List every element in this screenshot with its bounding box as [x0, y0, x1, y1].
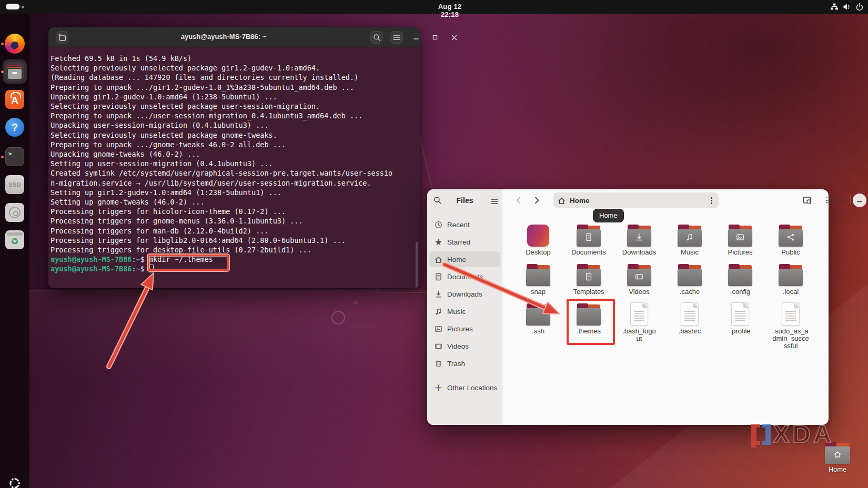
- terminal-line: Unpacking gnome-tweaks (46.0-2) ...: [51, 149, 420, 159]
- grid-item-public[interactable]: Public: [766, 222, 815, 256]
- grid-item-config[interactable]: .config: [716, 262, 764, 296]
- desktop-gradient-icon: [527, 225, 549, 247]
- dock-item-firefox[interactable]: [5, 34, 25, 54]
- dock-item-files[interactable]: [5, 62, 25, 82]
- grid-item-videos[interactable]: Videos: [615, 262, 663, 296]
- new-tab-button[interactable]: [56, 31, 68, 44]
- terminal-minimize-button[interactable]: [410, 31, 422, 44]
- sidebar-item-starred[interactable]: Starred: [429, 234, 500, 250]
- grid-item-pictures[interactable]: Pictures: [716, 222, 764, 256]
- terminal-prompt-line: ayush@ayush-MS-7B86:~$: [51, 264, 420, 273]
- back-button[interactable]: [512, 194, 525, 207]
- sidebar-item-recent[interactable]: Recent: [429, 217, 500, 232]
- xda-watermark-text: XDA: [773, 421, 834, 448]
- terminal-line: Preparing to unpack .../user-session-mig…: [51, 111, 420, 120]
- share-emblem: [786, 233, 795, 241]
- terminal-body[interactable]: Fetched 69.5 kB in 1s (54.9 kB/s) Select…: [48, 47, 420, 288]
- grid-item-documents[interactable]: Documents: [564, 222, 613, 256]
- sidebar-item-videos[interactable]: Videos: [429, 338, 500, 354]
- terminal-cursor: [149, 265, 154, 272]
- grid-item-cache[interactable]: .cache: [665, 262, 714, 296]
- wallpaper-fold-band: [29, 290, 427, 488]
- file-label: Downloads: [621, 249, 658, 256]
- forward-button[interactable]: [530, 194, 543, 207]
- sidebar-item-documents[interactable]: Documents: [429, 269, 500, 284]
- music-emblem: [685, 233, 694, 241]
- file-label: Music: [671, 249, 708, 256]
- grid-item-bash-logout[interactable]: .bash_logout: [615, 301, 663, 342]
- home-icon: [833, 450, 842, 459]
- header-separator: [851, 196, 851, 205]
- terminal-line: Setting up user-session-migration (0.4.1…: [51, 159, 420, 168]
- text-file-icon: [630, 302, 648, 326]
- workspace-indicator[interactable]: [6, 4, 19, 9]
- tooltip: Home: [593, 209, 624, 222]
- grid-item-ssh[interactable]: .ssh: [514, 301, 562, 335]
- dock-item-terminal[interactable]: >_: [5, 147, 25, 167]
- grid-item-snap[interactable]: snap: [514, 262, 562, 296]
- terminal-titlebar[interactable]: ayush@ayush-MS-7B86: ~: [48, 27, 420, 47]
- disk-icon: [5, 203, 24, 222]
- sidebar-item-music[interactable]: Music: [429, 303, 500, 319]
- grid-item-sudo-as-admin-successful[interactable]: .sudo_as_admin_successful: [766, 301, 815, 350]
- list-view-button[interactable]: [823, 194, 836, 207]
- home-icon: [558, 197, 566, 205]
- file-label: snap: [520, 288, 557, 296]
- terminal-line: Setting up gir1.2-gudev-1.0:amd64 (1:238…: [51, 188, 420, 197]
- search-window-icon: [803, 196, 812, 205]
- prompt-user-host: ayush@ayush-MS-7B86: [51, 255, 132, 263]
- dock-item-trash[interactable]: ♻: [5, 230, 25, 250]
- sidebar-item-label: Home: [447, 256, 466, 263]
- files-minimize-button[interactable]: [853, 194, 866, 207]
- grid-item-themes[interactable]: .themes: [564, 301, 613, 335]
- ubuntu-logo-icon[interactable]: [8, 476, 22, 488]
- global-search-button[interactable]: [800, 194, 814, 207]
- download-emblem: [635, 233, 643, 241]
- grid-item-profile[interactable]: .profile: [716, 301, 764, 335]
- sidebar-item-trash[interactable]: Trash: [429, 355, 500, 371]
- ubuntu-desktop: Aug 12 22:18 A ? >_ SSD ♻: [0, 0, 868, 488]
- sidebar-item-label: Other Locations: [447, 384, 497, 392]
- grid-item-downloads[interactable]: Downloads: [615, 222, 663, 256]
- terminal-line: Preparing to unpack .../gnome-tweaks_46.…: [51, 140, 420, 149]
- file-label: .profile: [722, 328, 759, 335]
- folder-icon: [577, 225, 601, 247]
- dock-item-ssd-drive[interactable]: SSD: [5, 175, 25, 195]
- workspace-dot[interactable]: [22, 6, 24, 8]
- grid-item-local[interactable]: .local: [766, 262, 815, 296]
- view-options-dropdown[interactable]: [836, 194, 847, 207]
- maximize-icon: [432, 34, 438, 40]
- star-icon: [435, 238, 442, 246]
- terminal-maximize-button[interactable]: [429, 31, 441, 44]
- grid-item-bashrc[interactable]: .bashrc: [665, 301, 714, 335]
- address-bar[interactable]: Home: [553, 192, 719, 208]
- path-menu-icon[interactable]: [711, 200, 712, 201]
- network-icon: [830, 3, 839, 11]
- sidebar-item-label: Videos: [447, 342, 469, 350]
- dock-item-app-center[interactable]: A: [5, 89, 25, 109]
- terminal-search-button[interactable]: [370, 31, 383, 44]
- address-path: Home: [570, 197, 706, 205]
- grid-item-desktop[interactable]: Desktop: [514, 222, 562, 256]
- grid-item-music[interactable]: Music: [665, 222, 714, 256]
- terminal-close-button[interactable]: [448, 31, 460, 44]
- chevron-right-icon: [532, 196, 541, 205]
- sidebar-item-home[interactable]: Home: [429, 251, 500, 267]
- dock-item-help[interactable]: ?: [5, 117, 25, 137]
- sidebar-item-other-locations[interactable]: Other Locations: [429, 380, 500, 395]
- file-label: .bash_logout: [621, 328, 658, 342]
- sidebar-item-downloads[interactable]: Downloads: [429, 286, 500, 302]
- terminal-menu-button[interactable]: [390, 31, 403, 44]
- files-menu-button[interactable]: [491, 197, 498, 207]
- volume-icon: [843, 3, 851, 11]
- sidebar-item-pictures[interactable]: Pictures: [429, 321, 500, 337]
- dock-item-disk[interactable]: [5, 202, 25, 222]
- grid-item-templates[interactable]: Templates: [564, 262, 613, 296]
- clock[interactable]: Aug 12 22:18: [429, 3, 471, 18]
- file-label: Desktop: [520, 249, 557, 256]
- system-tray[interactable]: [830, 2, 864, 12]
- sidebar-item-label: Downloads: [447, 290, 482, 298]
- terminal-scrollbar[interactable]: [416, 242, 418, 288]
- terminal-title: ayush@ayush-MS-7B86: ~: [133, 33, 315, 40]
- typed-command: mkdir ~/.themes: [149, 255, 213, 263]
